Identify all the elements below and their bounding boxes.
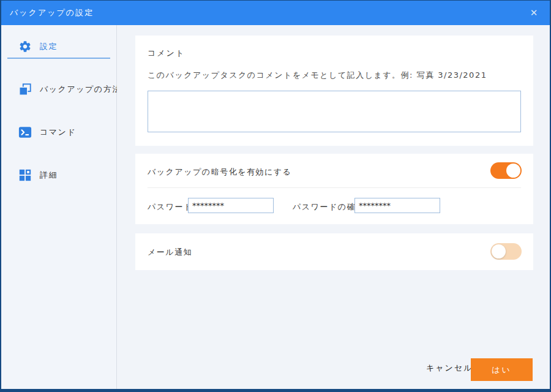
- sidebar-item-settings[interactable]: 設定: [1, 34, 116, 59]
- sidebar-item-label: バックアップの方法: [40, 84, 121, 95]
- divider: [148, 187, 521, 188]
- sidebar-item-backup-method[interactable]: バックアップの方法: [1, 77, 116, 102]
- sidebar-item-label: コマンド: [40, 127, 76, 138]
- sidebar: 設定 バックアップの方法 コマンド 詳細: [1, 25, 117, 389]
- sidebar-item-command[interactable]: コマンド: [1, 120, 116, 145]
- email-card: メール通知: [135, 233, 533, 270]
- window-title: バックアップの設定: [10, 7, 94, 18]
- terminal-icon: [18, 126, 32, 139]
- encryption-toggle-label: バックアップの暗号化を有効にする: [148, 167, 291, 178]
- email-toggle[interactable]: [490, 243, 522, 260]
- close-icon[interactable]: ✕: [527, 6, 541, 20]
- cancel-button[interactable]: キャンセル: [426, 363, 473, 374]
- ok-button[interactable]: はい: [471, 358, 533, 381]
- copy-icon: [18, 83, 32, 96]
- sidebar-item-advanced[interactable]: 詳細: [1, 163, 116, 187]
- comment-title: コメント: [148, 48, 185, 59]
- comment-card: コメント このバックアップタスクのコメントをメモとして記入します。例: 写真 3…: [135, 36, 533, 146]
- encryption-toggle[interactable]: [490, 162, 522, 179]
- comment-textarea[interactable]: [148, 91, 521, 132]
- email-toggle-label: メール通知: [148, 247, 192, 258]
- password-input[interactable]: [188, 198, 274, 213]
- confirm-password-label: パスワードの確認: [293, 202, 365, 213]
- main-content: コメント このバックアップタスクのコメントをメモとして記入します。例: 写真 3…: [117, 25, 550, 389]
- confirm-password-input[interactable]: [354, 198, 440, 213]
- sidebar-item-label: 詳細: [40, 170, 58, 181]
- sidebar-item-label: 設定: [40, 41, 58, 52]
- toggle-knob: [492, 244, 506, 258]
- encryption-card: バックアップの暗号化を有効にする パスワード パスワードの確認: [135, 154, 533, 224]
- grid-icon: [18, 168, 32, 182]
- dialog-body: 設定 バックアップの方法 コマンド 詳細: [1, 25, 550, 389]
- comment-description: このバックアップタスクのコメントをメモとして記入します。例: 写真 3/23/2…: [148, 70, 487, 81]
- toggle-knob: [506, 164, 520, 178]
- password-label: パスワード: [148, 202, 193, 213]
- titlebar: バックアップの設定 ✕: [1, 1, 550, 25]
- backup-settings-dialog: バックアップの設定 ✕ 設定 バックアップの方法: [0, 0, 551, 392]
- selected-item-underline: [7, 58, 110, 59]
- gear-icon: [18, 40, 32, 53]
